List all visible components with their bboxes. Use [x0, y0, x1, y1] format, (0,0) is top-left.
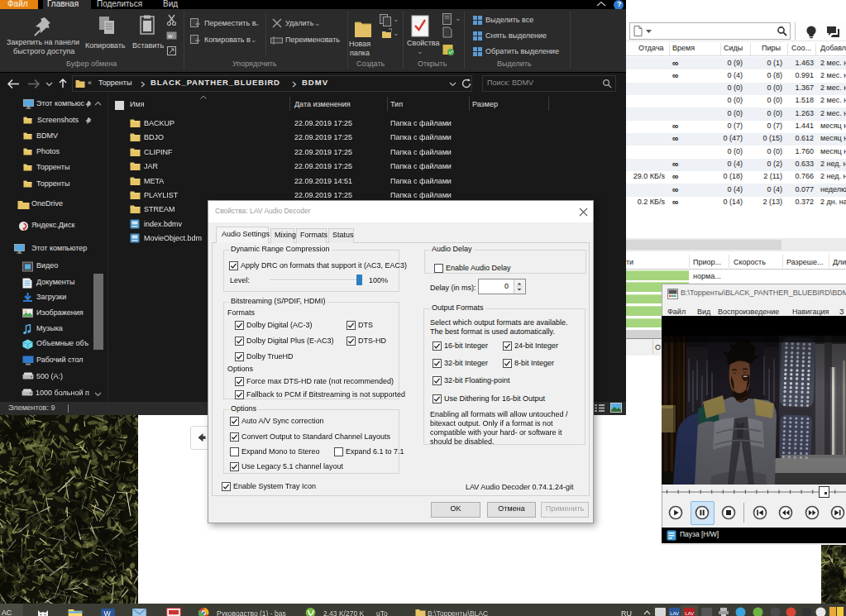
- svg-text:W: W: [104, 609, 112, 616]
- svg-text:LAV: LAV: [685, 611, 694, 616]
- svg-text:LAV: LAV: [670, 611, 679, 616]
- svg-text:W: W: [168, 34, 173, 39]
